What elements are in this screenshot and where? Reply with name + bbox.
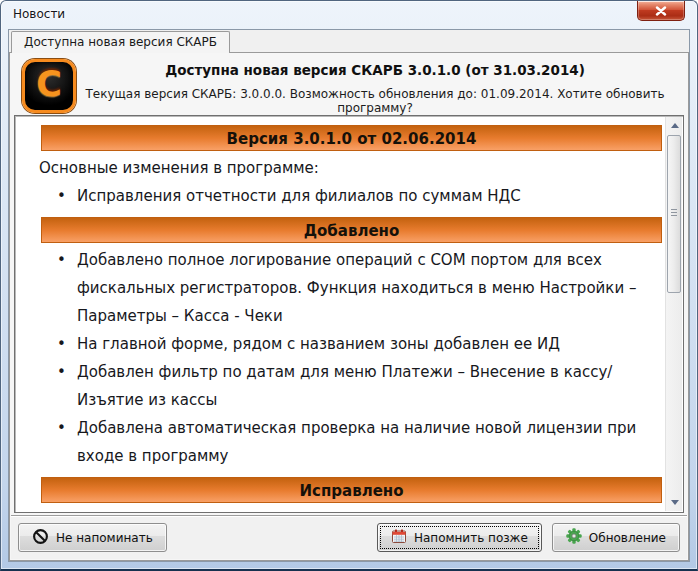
calendar-icon (391, 528, 407, 547)
tab-strip: Доступна новая версия СКАРБ (9, 30, 689, 52)
notes-bullet: •Исправлены отчеты: (17, 506, 664, 510)
bullet-marker: • (57, 182, 77, 210)
bullet-text: Добавлена автоматическая проверка на нал… (77, 414, 664, 470)
notes-bullet: •На главной форме, рядом с названием зон… (17, 330, 664, 358)
scrollbar-thumb[interactable] (667, 135, 681, 293)
notes-bullet: •Добавлен фильтр по датам для меню Плате… (17, 358, 664, 414)
prohibition-icon (32, 528, 49, 548)
arrow-down-icon (671, 500, 679, 505)
notes-paragraph: Основные изменения в программе: (17, 154, 664, 182)
update-title: Доступна новая версия СКАРБ 3.0.1.0 (от … (82, 62, 668, 78)
bullet-text: Исправлены отчеты: (77, 506, 664, 510)
logo-letter: C (36, 67, 62, 102)
close-icon (655, 1, 667, 20)
arrow-up-icon (671, 123, 679, 128)
vertical-scrollbar[interactable] (665, 117, 682, 511)
window-title: Новости (13, 7, 65, 21)
dont-remind-label: Не напоминать (56, 531, 153, 545)
bullet-marker: • (57, 414, 77, 470)
close-button[interactable] (637, 1, 685, 21)
release-notes-box: Версия 3.0.1.0 от 02.06.2014Основные изм… (14, 115, 684, 513)
remind-later-label: Напомнить позже (414, 531, 528, 545)
notes-bullet: •Исправления отчетности для филиалов по … (17, 182, 664, 210)
bullet-text: Исправления отчетности для филиалов по с… (77, 182, 664, 210)
bullet-marker: • (57, 246, 77, 330)
release-notes: Версия 3.0.1.0 от 02.06.2014Основные изм… (17, 118, 664, 510)
notes-bullet: •Добавлено полное логирование операций с… (17, 246, 664, 330)
section-banner: Версия 3.0.1.0 от 02.06.2014 (41, 125, 662, 151)
section-banner: Исправлено (41, 477, 662, 503)
update-label: Обновление (589, 531, 666, 545)
bullet-text: Добавлено полное логирование операций с … (77, 246, 664, 330)
scroll-up-button[interactable] (666, 117, 683, 134)
titlebar[interactable]: Новости (1, 1, 697, 29)
bullet-marker: • (57, 330, 77, 358)
bullet-marker: • (57, 506, 77, 510)
tab-page-new-version: C Доступна новая версия СКАРБ 3.0.1.0 (о… (9, 52, 689, 561)
update-button[interactable]: Обновление (552, 523, 680, 552)
tab-new-version[interactable]: Доступна новая версия СКАРБ (11, 31, 230, 53)
dont-remind-button[interactable]: Не напоминать (18, 523, 167, 552)
dialog-client-area: Доступна новая версия СКАРБ C Доступна н… (8, 29, 690, 562)
bullet-text: На главной форме, рядом с названием зоны… (77, 330, 664, 358)
section-banner: Добавлено (41, 217, 662, 243)
skarb-logo-icon: C (22, 59, 76, 113)
remind-later-button[interactable]: Напомнить позже (377, 523, 542, 552)
gear-icon (566, 528, 582, 547)
footer-button-bar: Не напоминать Напомнить позже (11, 515, 687, 559)
scroll-down-button[interactable] (666, 494, 683, 511)
bullet-text: Добавлен фильтр по датам для меню Платеж… (77, 358, 664, 414)
notes-bullet: •Добавлена автоматическая проверка на на… (17, 414, 664, 470)
update-subtitle: Текущая версия СКАРБ: 3.0.0.0. Возможнос… (82, 87, 668, 115)
news-dialog-window: Новости Доступна новая версия СКАРБ C До… (0, 0, 698, 571)
bullet-marker: • (57, 358, 77, 414)
